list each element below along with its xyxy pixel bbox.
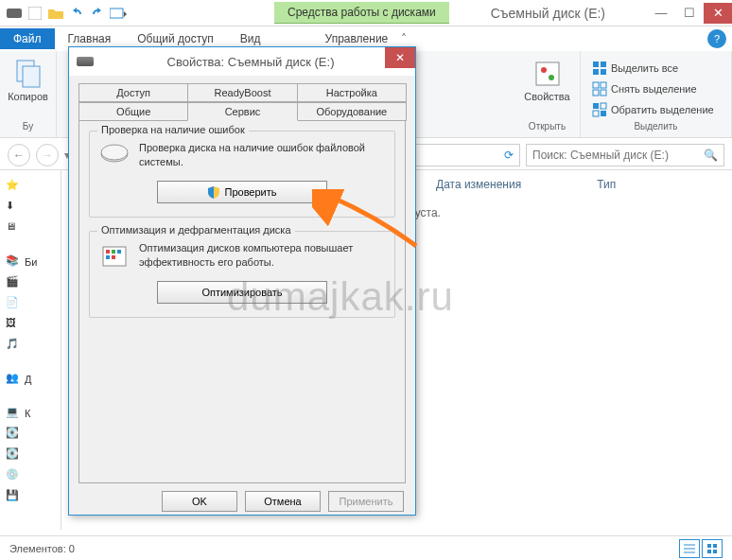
svg-rect-11 — [601, 69, 606, 75]
nav-item[interactable]: 🖼 — [4, 314, 57, 335]
optimize-legend: Оптимизация и дефрагментация диска — [97, 224, 295, 236]
svg-rect-21 — [713, 544, 717, 548]
nav-item[interactable]: 🎬 — [4, 272, 57, 293]
svg-rect-14 — [593, 90, 599, 96]
nav-item-computer[interactable]: 💻К — [4, 403, 57, 424]
cdrom-icon: 💿 — [6, 468, 21, 483]
ok-button[interactable]: OK — [162, 491, 237, 512]
maximize-button[interactable]: ☐ — [675, 3, 704, 24]
dialog-close-button[interactable]: ✕ — [385, 47, 415, 68]
tab-hardware[interactable]: Оборудование — [297, 102, 407, 121]
drive-check-icon — [99, 141, 130, 171]
music-icon: 🎵 — [6, 338, 21, 353]
tab-tools[interactable]: Сервис — [187, 102, 297, 121]
copy-button[interactable]: Копиров — [2, 55, 54, 106]
disk-icon: 💽 — [6, 447, 21, 463]
defrag-icon — [99, 241, 130, 271]
tab-general[interactable]: Общие — [78, 102, 188, 121]
item-count-label: Элементов: — [9, 543, 66, 554]
window-titlebar: Средства работы с дисками Съемный диск (… — [0, 0, 732, 26]
deselect-icon — [592, 81, 607, 96]
folder-icon[interactable] — [47, 5, 64, 22]
search-input[interactable] — [532, 149, 718, 162]
svg-rect-20 — [707, 544, 711, 548]
properties-label: Свойства — [524, 91, 569, 102]
nav-item[interactable]: 💽 — [4, 445, 57, 465]
star-icon: ⭐ — [6, 179, 21, 194]
nav-item-homegroup[interactable]: 👥Д — [4, 369, 57, 390]
nav-item[interactable]: 💾 — [4, 486, 57, 507]
svg-rect-23 — [713, 550, 717, 553]
window-buttons: — ☐ ✕ — [647, 3, 732, 24]
nav-item[interactable]: 📄 — [4, 293, 57, 314]
svg-point-25 — [101, 145, 128, 160]
svg-rect-9 — [601, 61, 606, 67]
dialog-title: Свойства: Съемный диск (E:) — [94, 55, 408, 69]
close-button[interactable]: ✕ — [704, 3, 732, 24]
nav-item[interactable]: 💽 — [4, 424, 57, 445]
svg-rect-4 — [23, 66, 40, 87]
redo-icon[interactable] — [89, 5, 106, 22]
properties-icon[interactable] — [26, 5, 44, 22]
copy-label: Копиров — [8, 91, 48, 102]
cancel-button[interactable]: Отмена — [245, 491, 321, 512]
col-date[interactable]: Дата изменения — [436, 178, 521, 191]
minimize-button[interactable]: — — [647, 3, 675, 24]
open-group-label: Открыть — [529, 121, 566, 133]
apply-button[interactable]: Применить — [328, 491, 404, 512]
navigation-pane: ⭐ ⬇ 🖥 📚Би 🎬 📄 🖼 🎵 👥Д 💻К 💽 💽 💿 💾 — [0, 170, 61, 530]
tab-access[interactable]: Доступ — [78, 83, 188, 102]
item-count: 0 — [69, 543, 75, 554]
properties-button[interactable]: Свойства — [518, 55, 575, 106]
icons-view-button[interactable] — [702, 539, 723, 558]
invert-selection-button[interactable]: Обратить выделение — [588, 100, 718, 119]
svg-rect-29 — [117, 250, 121, 254]
computer-icon: 💻 — [6, 406, 21, 421]
select-all-button[interactable]: Выделить все — [588, 59, 718, 78]
tab-readyboost[interactable]: ReadyBoost — [187, 83, 297, 102]
picture-icon: 🖼 — [6, 317, 21, 332]
copy-icon — [13, 59, 44, 89]
desktop-icon: 🖥 — [6, 220, 21, 236]
error-check-text: Проверка диска на наличие ошибок файлово… — [139, 141, 385, 170]
video-icon: 🎬 — [6, 275, 21, 290]
nav-item[interactable]: 🖥 — [4, 218, 57, 238]
optimize-button[interactable]: Оптимизировать — [157, 281, 327, 304]
qat-menu-icon[interactable] — [110, 5, 127, 22]
nav-item[interactable]: 🎵 — [4, 335, 57, 356]
nav-item[interactable]: 💿 — [4, 465, 57, 486]
help-button[interactable]: ? — [707, 29, 726, 48]
check-button[interactable]: Проверить — [157, 181, 327, 203]
tab-customize[interactable]: Настройка — [297, 83, 407, 102]
select-group-label: Выделить — [634, 121, 677, 133]
details-view-button[interactable] — [679, 539, 700, 558]
search-box[interactable]: 🔍 — [526, 144, 724, 166]
svg-rect-15 — [601, 90, 606, 96]
select-all-label: Выделить все — [611, 62, 678, 74]
nav-item[interactable]: ⭐ — [4, 176, 57, 197]
col-type[interactable]: Тип — [597, 178, 616, 191]
back-button[interactable]: ← — [8, 144, 30, 166]
nav-item-libraries[interactable]: 📚Би — [4, 252, 57, 272]
dialog-titlebar[interactable]: Свойства: Съемный диск (E:) ✕ — [69, 47, 415, 76]
svg-rect-30 — [106, 255, 110, 259]
contextual-tab-label: Средства работы с дисками — [274, 2, 449, 24]
library-icon: 📚 — [6, 254, 21, 270]
deselect-button[interactable]: Снять выделение — [588, 79, 718, 98]
check-button-label: Проверить — [224, 186, 276, 198]
svg-rect-12 — [593, 82, 599, 88]
forward-button[interactable]: → — [36, 144, 59, 166]
disk-icon: 💽 — [6, 427, 21, 442]
nav-item[interactable]: ⬇ — [4, 197, 57, 218]
search-icon[interactable]: 🔍 — [704, 149, 718, 162]
drive-icon — [77, 57, 94, 66]
drive-icon — [6, 5, 23, 22]
optimize-button-label: Оптимизировать — [201, 287, 282, 298]
file-tab[interactable]: Файл — [0, 28, 55, 49]
dialog-buttons: OK Отмена Применить — [69, 483, 415, 519]
refresh-icon[interactable]: ⟳ — [504, 149, 514, 162]
svg-rect-19 — [593, 111, 599, 116]
undo-icon[interactable] — [68, 5, 85, 22]
document-icon: 📄 — [6, 296, 21, 311]
minimize-ribbon-icon[interactable]: ˄ — [401, 32, 407, 45]
